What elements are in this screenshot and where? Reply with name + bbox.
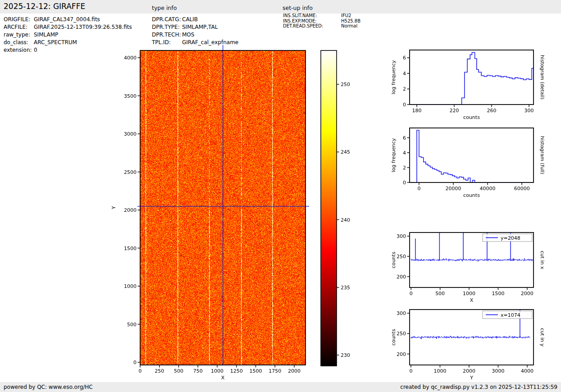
type-info-value: MOS bbox=[182, 31, 194, 39]
metadata-value: 0 bbox=[34, 46, 37, 54]
metadata-label: ARCFILE: bbox=[4, 23, 34, 31]
setup-info-value: IFU2 bbox=[341, 13, 351, 18]
main-image-plot bbox=[106, 41, 318, 385]
metadata-row: raw_type: SIMLAMP bbox=[4, 31, 132, 39]
setup-info-row: INS.EXP.MODE: H525.8B bbox=[283, 18, 360, 24]
metadata-label: do_class: bbox=[4, 39, 34, 46]
metadata-label: ORIGFILE: bbox=[4, 16, 34, 23]
type-info-row: DPR.TECH: MOS bbox=[152, 31, 238, 39]
colorbar bbox=[315, 45, 360, 372]
footer-bar: powered by QC: www.eso.org/HC created by… bbox=[0, 382, 561, 392]
histogram-detail-plot bbox=[387, 41, 561, 125]
type-info-label: DPR.CATG: bbox=[152, 16, 182, 23]
metadata-row: ORIGFILE: GIRAF_CAL347_0004.fits bbox=[4, 16, 132, 23]
cut-in-x-plot bbox=[387, 224, 561, 308]
setup-info-label: INS.SLIT.NAME: bbox=[283, 13, 341, 18]
setup-info-label: DET.READ.SPEED: bbox=[283, 23, 341, 29]
histogram-full-plot bbox=[387, 120, 561, 204]
cut-in-y-plot bbox=[387, 302, 561, 382]
type-info-label: DPR.TYPE: bbox=[152, 23, 182, 31]
footer-left-text: powered by QC: www.eso.org/HC bbox=[4, 382, 93, 392]
metadata-label: extension: bbox=[4, 46, 34, 54]
metadata-value: ARC_SPECTRUM bbox=[34, 39, 77, 46]
qc-report-page: 2025-12-12: GIRAFFE type info set-up inf… bbox=[0, 0, 561, 392]
setup-info-row: INS.SLIT.NAME: IFU2 bbox=[283, 13, 360, 18]
page-title: 2025-12-12: GIRAFFE bbox=[4, 2, 85, 11]
type-info-value: CALIB bbox=[182, 16, 198, 23]
setup-info-value: H525.8B bbox=[341, 18, 360, 24]
type-info-label: DPR.TECH: bbox=[152, 31, 182, 39]
metadata-value: SIMLAMP bbox=[34, 31, 58, 39]
setup-info-value: Normal bbox=[341, 23, 357, 29]
type-info-row: DPR.CATG: CALIB bbox=[152, 16, 238, 23]
setup-info-label: INS.EXP.MODE: bbox=[283, 18, 341, 24]
metadata-value: GIRAF_CAL347_0004.fits bbox=[34, 16, 100, 23]
type-info-value: SIMLAMP,TAL bbox=[182, 23, 218, 31]
type-info-row: DPR.TYPE: SIMLAMP,TAL bbox=[152, 23, 238, 31]
metadata-label: raw_type: bbox=[4, 31, 34, 39]
footer-right-text: created by qc_rawdisp.py v1.2.3 on 2025-… bbox=[400, 382, 557, 392]
metadata-value: GIRAF.2025-12-13T09:39:26.538.fits bbox=[34, 23, 132, 31]
setup-info-row: DET.READ.SPEED: Normal bbox=[283, 23, 360, 29]
metadata-row: ARCFILE: GIRAF.2025-12-13T09:39:26.538.f… bbox=[4, 23, 132, 31]
setup-info-heading: set-up info bbox=[283, 5, 313, 11]
type-info-heading: type info bbox=[152, 5, 177, 11]
setup-info-list: INS.SLIT.NAME: IFU2 INS.EXP.MODE: H525.8… bbox=[283, 13, 360, 29]
